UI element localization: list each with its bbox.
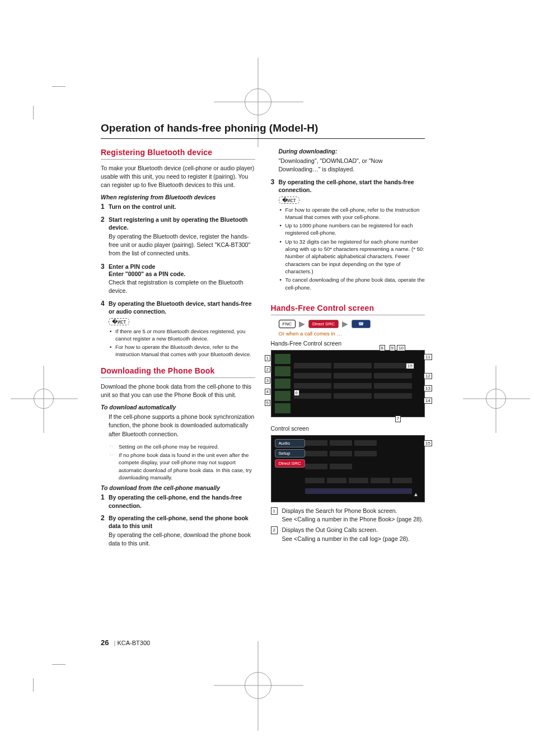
step-number: 2 (101, 216, 105, 223)
step-sub: Enter "0000" as a PIN code. (109, 270, 255, 277)
legend-text-ref: See <Calling a number in the call log> (… (282, 535, 410, 542)
during-body: "Downloading", "DOWNLOAD", or "Now Downl… (271, 157, 425, 174)
note-item: To cancel downloading of the phone book … (279, 276, 425, 291)
step-body: Check that registration is complete on t… (109, 278, 255, 295)
step-head: By operating the cell-phone, start the h… (279, 178, 425, 194)
figure-handsfree-screen: 1 2 3 4 5 6 7 8 9 10 11 12 13 14 15 (271, 350, 425, 417)
note-item: For how to operate the Bluetooth device,… (109, 343, 255, 358)
step-number: 2 (101, 514, 105, 522)
audio-button[interactable]: Audio (275, 439, 305, 447)
legend-badge: 1 (271, 507, 278, 515)
heading-rule (101, 159, 255, 160)
callout-11: 11 (424, 354, 432, 361)
legend-text: Displays the Search for Phone Book scree… (282, 507, 397, 514)
note-icon: �ист (279, 197, 299, 204)
note-item: Up to 1000 phone numbers can be register… (279, 222, 425, 237)
direct-src-button[interactable]: Direct SRC (308, 320, 339, 328)
step-body: By operating the Bluetooth device, regis… (109, 232, 255, 258)
note-item: If no phone book data is found in the un… (109, 451, 255, 481)
callout-13: 13 (424, 385, 432, 392)
eject-icon: ▲ (413, 491, 419, 497)
nav-breadcrumb: FNC ▶ Direct SRC ▶ ☎ (279, 320, 425, 328)
notes-right: For how to operate the cell-phone, refer… (279, 206, 425, 291)
steps-right: 3 By operating the cell-phone, start the… (271, 178, 425, 291)
callout-1: 1 (265, 355, 270, 362)
step-head: Enter a PIN code (109, 263, 255, 270)
step-number: 3 (101, 263, 105, 270)
step-head: Start registering a unit by operating th… (109, 216, 255, 231)
steps-register: 1 Turn on the control unit. 2 Start regi… (101, 203, 255, 358)
subhead-download-manual: To download from the cell-phone manually (101, 484, 255, 491)
phone-button[interactable]: ☎ (352, 320, 371, 328)
figure-control-screen: Audio Setup Direct SRC 15 ▲ (271, 435, 425, 502)
download-auto-notes: Setting on the cell-phone may be require… (101, 443, 255, 481)
step-head: By operating the cell-phone, end the han… (109, 493, 255, 509)
note-item: Up to 32 digits can be registered for ea… (279, 238, 425, 275)
step-number: 4 (101, 300, 105, 307)
chevron-right-icon: ▶ (299, 320, 305, 328)
callout-14: 14 (424, 398, 432, 404)
heading-rule (271, 315, 425, 315)
callout-9: 9 (390, 345, 395, 352)
incoming-caption: Or when a call comes in … (279, 330, 425, 337)
callout-3: 3 (265, 377, 270, 384)
callout-15: 15 (406, 363, 414, 370)
direct-src-button[interactable]: Direct SRC (275, 459, 305, 468)
title-rule (101, 138, 425, 139)
steps-manual: 1 By operating the cell-phone, end the h… (101, 493, 255, 548)
callout-10: 10 (397, 345, 405, 352)
callout-4: 4 (265, 389, 270, 395)
subhead-download-auto: To download automatically (101, 404, 255, 410)
step-head: By operating the Bluetooth device, start… (109, 300, 255, 315)
legend-text-ref: See <Calling a number in the Phone Book>… (282, 516, 424, 522)
note-item: Setting on the cell-phone may be require… (109, 443, 255, 450)
legend-list: 1 Displays the Search for Phone Book scr… (271, 507, 425, 543)
note-item: If there are 5 or more Bluetooth devices… (109, 328, 255, 343)
heading-handsfree-control: Hands-Free Control screen (271, 304, 425, 312)
callout-15b: 15 (424, 440, 432, 447)
footer-model: KCA-BT300 (117, 640, 150, 646)
download-intro: Download the phone book data from the ce… (101, 382, 255, 399)
register-intro: To make your Bluetooth device (cell-phon… (101, 164, 255, 190)
step-head: Turn on the control unit. (109, 203, 255, 211)
callout-8: 8 (380, 345, 385, 352)
callout-7: 7 (395, 416, 401, 422)
download-auto-body: If the cell-phone supports a phone book … (101, 413, 255, 438)
notes-register: If there are 5 or more Bluetooth devices… (109, 328, 255, 358)
subhead-during: During downloading: (271, 148, 425, 155)
step-number: 1 (101, 493, 105, 501)
caption-control: Control screen (271, 425, 425, 432)
setup-button[interactable]: Setup (275, 449, 305, 458)
callout-2: 2 (265, 366, 270, 373)
note-icon: �ист (109, 318, 129, 325)
heading-download: Downloading the Phone Book (101, 366, 255, 375)
step-body: By operating the cell-phone, download th… (109, 531, 255, 548)
callout-6: 6 (294, 390, 299, 396)
legend-badge: 2 (271, 526, 278, 534)
legend-text: Displays the Out Going Calls screen. (282, 526, 378, 533)
note-item: For how to operate the cell-phone, refer… (279, 206, 425, 221)
chevron-right-icon: ▶ (342, 320, 348, 328)
page-title: Operation of hands-free phoning (Model-H… (101, 122, 425, 135)
callout-5: 5 (265, 400, 270, 407)
page-number: 26 (101, 638, 109, 647)
step-number: 3 (271, 178, 275, 186)
page-footer: 26 | KCA-BT300 (101, 638, 150, 647)
subhead-registering: When registering from Bluetooth devices (101, 194, 255, 200)
fnc-button[interactable]: FNC (279, 320, 296, 328)
step-head: By operating the cell-phone, send the ph… (109, 514, 255, 530)
heading-rule (101, 377, 255, 378)
callout-12: 12 (424, 373, 432, 380)
step-number: 1 (101, 203, 105, 211)
heading-register: Registering Bluetooth device (101, 148, 255, 157)
